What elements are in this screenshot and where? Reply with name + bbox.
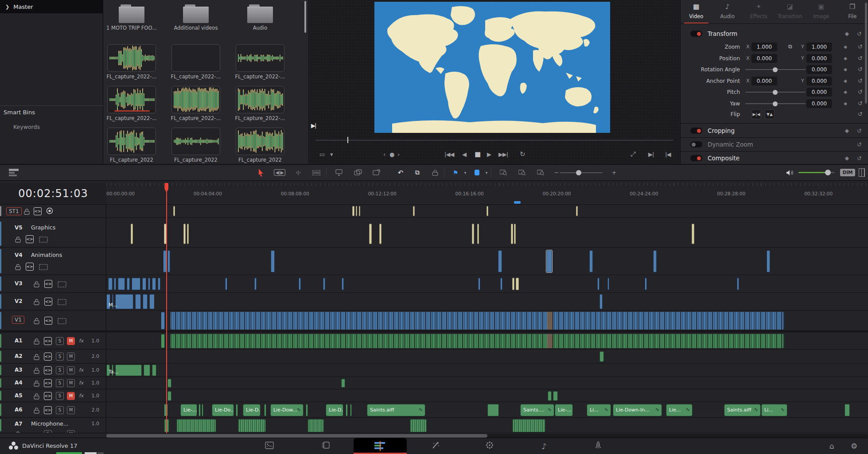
audio-clip-thumbnail[interactable] (236, 44, 284, 72)
tab-audio[interactable]: ♪Audio (712, 0, 743, 23)
audio-clip[interactable] (346, 404, 348, 416)
section-cropping[interactable]: Cropping◆↺ (681, 124, 868, 137)
audio-clip[interactable] (236, 404, 238, 416)
media-folder-item[interactable]: Audio (233, 1, 287, 31)
viewer-scrub-position[interactable] (347, 137, 348, 143)
audio-clip-thumbnail[interactable] (236, 86, 284, 113)
clip-frame-icon[interactable] (58, 299, 66, 307)
audio-clip-named[interactable]: Lie-Down-In...∿ (613, 404, 662, 416)
expand-arrow-icon[interactable]: ❯ (5, 4, 9, 10)
media-clip-item[interactable]: FL_capture_2022 (233, 128, 287, 163)
video-clip[interactable] (158, 278, 160, 290)
clip-frame-icon[interactable] (39, 264, 48, 272)
auto-track-selector[interactable]: <> (44, 353, 52, 361)
play-button[interactable]: ▶ (487, 151, 491, 158)
volume-value[interactable]: 2.0 (92, 407, 100, 413)
lock-icon[interactable] (34, 281, 39, 289)
section-composite[interactable]: Composite◆↺ (681, 152, 868, 164)
video-clip[interactable] (512, 278, 514, 290)
video-clip[interactable] (597, 278, 599, 290)
overwrite-clip-button[interactable] (352, 165, 364, 180)
video-clip[interactable] (152, 278, 156, 290)
lock-icon[interactable] (34, 393, 39, 401)
inspector-scrollbar[interactable] (865, 3, 867, 104)
video-clip[interactable] (342, 278, 344, 290)
value-field[interactable]: 0.000 (806, 65, 832, 74)
subtitle-clip[interactable] (352, 206, 354, 216)
section-toggle[interactable] (690, 155, 702, 161)
y-value-field[interactable]: 0.000 (806, 77, 832, 85)
reset-icon[interactable]: ↺ (857, 128, 862, 134)
auto-track-selector[interactable]: <> (26, 263, 34, 271)
volume-knob[interactable] (825, 170, 831, 175)
zoom-custom-button[interactable] (534, 165, 547, 180)
match-frame-button[interactable]: ▶| (648, 151, 654, 158)
viewer-resize-icon[interactable]: ⤢ (631, 150, 635, 158)
audio-clip-thumbnail[interactable] (171, 128, 220, 155)
media-clip-item[interactable]: FL_capture_2022-... (105, 44, 159, 80)
audio-clip[interactable] (350, 404, 352, 416)
reset-icon[interactable]: ↺ (857, 141, 862, 148)
audio-clip-thumbnail[interactable] (171, 44, 220, 72)
track-header-v1[interactable]: V1<> (0, 310, 106, 331)
lock-icon[interactable] (15, 431, 21, 433)
track-header-a2[interactable]: A2<>SM2.0 (0, 349, 106, 364)
video-clip[interactable] (500, 278, 502, 290)
slider-knob[interactable] (773, 101, 778, 106)
audio-clip[interactable] (199, 404, 201, 416)
volume-value[interactable]: 1.0 (92, 393, 100, 399)
track-name[interactable]: Microphone... (31, 420, 69, 427)
reset-icon[interactable]: ↺ (858, 43, 863, 50)
audio-clip-strip[interactable] (171, 334, 784, 348)
section-toggle[interactable] (690, 141, 702, 147)
audio-clip[interactable] (264, 404, 266, 416)
video-clip-strip[interactable] (171, 312, 784, 330)
insert-clip-button[interactable] (333, 165, 346, 180)
microphone-clip[interactable] (238, 419, 266, 432)
microphone-clip[interactable] (307, 419, 324, 432)
playhead[interactable] (166, 183, 167, 433)
graphics-clip[interactable] (477, 224, 479, 244)
track-lane-a5[interactable] (106, 389, 868, 402)
audio-clip-thumbnail[interactable] (236, 128, 284, 155)
zoom-slider-knob[interactable] (576, 170, 581, 175)
video-clip[interactable] (114, 278, 116, 290)
video-clip[interactable] (132, 278, 140, 290)
step-back-button[interactable]: ◀ (462, 151, 466, 158)
keyframe-diamond-icon[interactable]: ◆ (844, 67, 847, 72)
graphics-clip[interactable] (183, 224, 186, 244)
lock-icon[interactable] (15, 264, 21, 272)
reset-icon[interactable]: ↺ (858, 66, 863, 73)
transform-section-header[interactable]: Transform◆↺ (681, 27, 868, 40)
keywords-label[interactable]: Keywords (13, 124, 40, 130)
mute-button[interactable]: M (67, 392, 75, 400)
video-clip[interactable] (299, 278, 301, 290)
audio-clip[interactable] (548, 391, 552, 401)
track-header-v3[interactable]: V3<> (0, 275, 106, 293)
loop-button[interactable]: ↻ (520, 150, 525, 158)
fx-label[interactable]: fx (79, 380, 83, 386)
media-clip-item[interactable]: FL_capture_2022-... (169, 86, 223, 121)
keyframe-diamond-icon[interactable]: ◆ (845, 31, 849, 37)
animation-clip[interactable] (271, 250, 275, 272)
animation-clip[interactable] (167, 250, 170, 272)
reset-icon[interactable]: ↺ (858, 55, 863, 62)
mute-button[interactable]: M (67, 366, 75, 374)
zoom-in-plus[interactable]: + (608, 165, 620, 180)
lock-icon[interactable] (34, 318, 39, 326)
zoom-full-extent-button[interactable] (497, 165, 510, 180)
x-value-field[interactable]: 0.000 (751, 54, 777, 63)
track-header-a1[interactable]: A1<>SMfx1.0 (0, 333, 106, 349)
keyframe-diamond-icon[interactable]: ◆ (844, 89, 847, 94)
audio-clip-named[interactable]: Lie...∿ (666, 404, 693, 416)
page-tab-color[interactable] (463, 438, 516, 454)
eye-icon[interactable] (46, 207, 54, 216)
jog-handle-icon[interactable]: ● (389, 151, 394, 158)
graphics-clip[interactable] (514, 224, 516, 244)
lock-icon[interactable] (24, 208, 30, 217)
replace-clip-button[interactable] (370, 165, 383, 180)
audio-clip-named[interactable]: Saints.aiff∿ (367, 404, 425, 416)
media-pool-scrollbar[interactable] (304, 1, 306, 33)
tab-effects[interactable]: ✦Effects (743, 0, 775, 23)
microphone-clip[interactable] (176, 419, 216, 432)
